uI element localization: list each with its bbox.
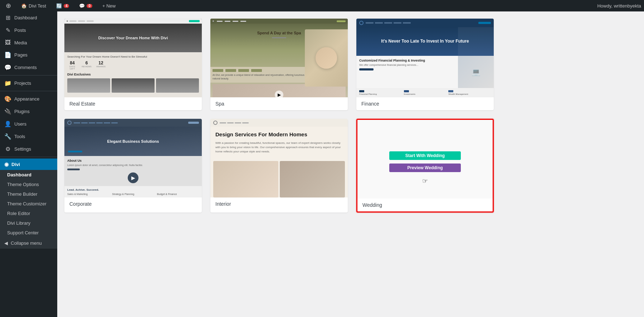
sidebar-item-plugins[interactable]: 🔌 Plugins: [0, 105, 57, 118]
sidebar-item-pages[interactable]: 📄 Pages: [0, 49, 57, 61]
theme-card-corporate[interactable]: Elegant Business Solutions About Us Lore…: [64, 119, 202, 213]
sidebar-item-media[interactable]: 🖼 Media: [0, 36, 57, 49]
cursor-icon: ☞: [422, 177, 428, 185]
theme-preview-wedding: Start With Wedding Preview Wedding ☞: [357, 120, 493, 199]
appearance-icon: 🎨: [4, 96, 11, 102]
divi-section: ◉ Divi Dashboard Theme Options Theme Bui…: [0, 158, 57, 249]
sidebar-divi-role-editor[interactable]: Role Editor: [0, 209, 57, 218]
media-icon: 🖼: [4, 39, 11, 46]
corporate-hero-text: Elegant Business Solutions: [107, 139, 159, 143]
adminbar-updates[interactable]: 🔄 4: [53, 0, 72, 11]
theme-name-interior: Interior: [210, 197, 348, 210]
adminbar-new[interactable]: + New: [99, 0, 118, 11]
theme-preview-corporate: Elegant Business Solutions About Us Lore…: [64, 119, 202, 197]
adminbar-user: Howdy, writtenbyekta: [597, 3, 641, 9]
theme-name-finance: Finance: [356, 97, 494, 110]
settings-icon: ⚙: [4, 146, 11, 152]
interior-desc: With a passion for creating beautiful, f…: [215, 141, 343, 154]
sidebar-divi-support-center[interactable]: Support Center: [0, 228, 57, 238]
theme-name-real-estate: Real Estate: [64, 97, 202, 110]
users-icon: 👤: [4, 121, 11, 127]
real-estate-hero-text: Discover Your Dream Home With Divi: [96, 33, 171, 43]
admin-sidebar: ⊞ Dashboard ✎ Posts 🖼 Media 📄 Pages 💬 Co…: [0, 11, 57, 317]
nav-item: [87, 20, 94, 22]
sidebar-item-comments[interactable]: 💬 Comments: [0, 61, 57, 74]
interior-hero-text: Design Services For Modern Homes: [215, 131, 343, 138]
sidebar-item-projects[interactable]: 📁 Projects: [0, 77, 57, 89]
theme-name-corporate: Corporate: [64, 197, 202, 210]
theme-preview-spa: Spend A Day at the Spa: [210, 19, 348, 97]
theme-preview-real-estate: Discover Your Dream Home With Divi Searc…: [64, 19, 202, 97]
corporate-sub-text: About Us: [67, 159, 199, 162]
sidebar-item-appearance[interactable]: 🎨 Appearance: [0, 93, 57, 105]
theme-card-wedding[interactable]: Start With Wedding Preview Wedding ☞ Wed…: [356, 119, 494, 213]
theme-preview-interior: Design Services For Modern Homes With a …: [210, 119, 348, 197]
comments-icon: 💬: [4, 64, 11, 71]
real-estate-sub-text: Searching For Your Dream Home Doesn't Ne…: [67, 55, 199, 58]
projects-icon: 📁: [4, 80, 11, 87]
sidebar-divi-theme-customizer[interactable]: Theme Customizer: [0, 199, 57, 209]
theme-card-spa[interactable]: Spend A Day at the Spa: [210, 19, 348, 110]
theme-card-real-estate[interactable]: Discover Your Dream Home With Divi Searc…: [64, 19, 202, 110]
posts-icon: ✎: [4, 27, 11, 34]
real-estate-nav: [64, 19, 202, 24]
sidebar-item-dashboard[interactable]: ⊞ Dashboard: [0, 11, 57, 24]
theme-name-wedding: Wedding: [357, 199, 493, 211]
spa-nav: [210, 19, 348, 24]
pages-icon: 📄: [4, 52, 11, 58]
corporate-bottom-text: Lead. Achive. Succeed.: [67, 188, 199, 191]
sidebar-item-posts[interactable]: ✎ Posts: [0, 24, 57, 36]
real-estate-section-title: Divi Exclusives: [67, 73, 199, 76]
sidebar-divi-library[interactable]: Divi Library: [0, 218, 57, 228]
menu-separator-1: [0, 75, 57, 75]
sidebar-item-settings[interactable]: ⚙ Settings: [0, 143, 57, 155]
tools-icon: 🔧: [4, 133, 11, 140]
theme-card-interior[interactable]: Design Services For Modern Homes With a …: [210, 119, 348, 213]
preview-wedding-button[interactable]: Preview Wedding: [389, 164, 461, 172]
collapse-icon: ◀: [4, 240, 8, 246]
plugins-icon: 🔌: [4, 108, 11, 115]
nav-dot: [67, 20, 68, 22]
nav-item: [69, 20, 77, 22]
sidebar-divi-dashboard[interactable]: Dashboard: [0, 170, 57, 180]
collapse-menu-button[interactable]: ◀ Collapse menu: [0, 238, 57, 249]
admin-bar: ⊕ 🏠 Divi Test 🔄 4 💬 0 + New Howdy, writt…: [0, 0, 644, 11]
dashboard-icon: ⊞: [4, 14, 11, 21]
start-with-wedding-button[interactable]: Start With Wedding: [389, 151, 461, 160]
divi-icon: ◉: [4, 161, 9, 167]
menu-separator-2: [0, 91, 57, 91]
finance-hero-text: It's Never Too Late To Invest In Your Fu…: [381, 39, 469, 44]
sidebar-item-users[interactable]: 👤 Users: [0, 118, 57, 130]
sidebar-item-tools[interactable]: 🔧 Tools: [0, 130, 57, 143]
theme-grid: Discover Your Dream Home With Divi Searc…: [64, 19, 494, 213]
theme-preview-finance: It's Never Too Late To Invest In Your Fu…: [356, 19, 494, 97]
main-content: Discover Your Dream Home With Divi Searc…: [57, 11, 644, 317]
adminbar-wp-logo[interactable]: ⊕: [3, 0, 14, 11]
theme-card-finance[interactable]: It's Never Too Late To Invest In Your Fu…: [356, 19, 494, 110]
sidebar-divi-theme-options[interactable]: Theme Options: [0, 180, 57, 189]
nav-item: [78, 20, 85, 22]
adminbar-site-name[interactable]: 🏠 Divi Test: [18, 0, 49, 11]
theme-name-spa: Spa: [210, 97, 348, 110]
nav-dot: [213, 20, 214, 22]
sidebar-item-divi[interactable]: ◉ Divi: [0, 158, 57, 170]
menu-separator-3: [0, 157, 57, 157]
spa-hero-text: Spend A Day at the Spa: [257, 31, 301, 35]
adminbar-comments[interactable]: 💬 0: [76, 0, 95, 11]
sidebar-divi-theme-builder[interactable]: Theme Builder: [0, 189, 57, 199]
